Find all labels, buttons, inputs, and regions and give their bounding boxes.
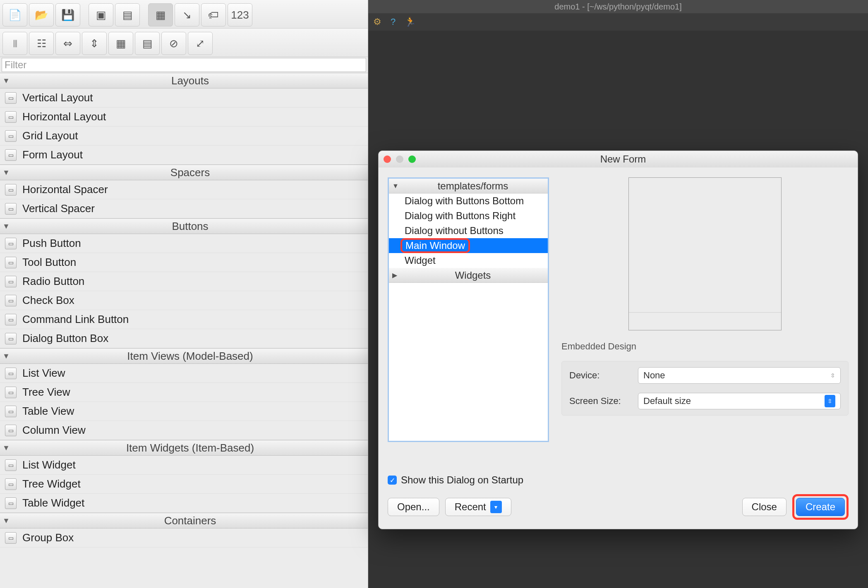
adjust-size-icon[interactable]: ⤢	[188, 32, 213, 55]
widget-icon: ▭	[5, 257, 17, 268]
widget-icon: ▭	[5, 314, 17, 325]
close-button[interactable]: Close	[742, 498, 786, 516]
widget-group-header[interactable]: ▼Containers	[0, 513, 368, 528]
open-button[interactable]: Open...	[388, 498, 439, 516]
widget-item[interactable]: ▭Column View	[0, 421, 368, 440]
bg-toolbar: ⚙ ? 🏃	[368, 13, 868, 31]
tree-header-templates[interactable]: ▼ templates/forms	[389, 179, 548, 194]
widget-item[interactable]: ▭Vertical Spacer	[0, 199, 368, 218]
filter-input[interactable]: Filter	[2, 58, 366, 72]
widget-item[interactable]: ▭Push Button	[0, 234, 368, 253]
widget-item[interactable]: ▭Vertical Layout	[0, 88, 368, 108]
widget-icon: ▭	[5, 459, 17, 471]
widget-icon: ▭	[5, 184, 17, 196]
widget-icon: ▭	[5, 295, 17, 306]
widget-icon: ▭	[5, 387, 17, 398]
widget-box-panel: 📄 📂 💾 ▣ ▤ ▦ ↘ 🏷 123 ⫴ ☷ ⇔ ⇕ ▦ ▤ ⊘ ⤢ Filt…	[0, 0, 368, 588]
bring-front-icon[interactable]: ▤	[115, 3, 140, 26]
widget-group-header[interactable]: ▼Item Widgets (Item-Based)	[0, 440, 368, 456]
help-icon[interactable]: ?	[391, 17, 396, 27]
widget-item[interactable]: ▭Grid Layout	[0, 127, 368, 146]
layout-form-icon[interactable]: ▤	[135, 32, 160, 55]
save-icon[interactable]: 💾	[55, 3, 80, 26]
edit-signals-icon[interactable]: ↘	[175, 3, 199, 26]
toolbar-row-2: ⫴ ☷ ⇔ ⇕ ▦ ▤ ⊘ ⤢	[0, 29, 368, 57]
template-item[interactable]: Widget	[389, 253, 548, 268]
widget-item[interactable]: ▭List View	[0, 364, 368, 383]
widget-icon: ▭	[5, 276, 17, 287]
chevron-updown-icon: ⇳	[825, 395, 835, 407]
widget-item[interactable]: ▭Tree View	[0, 383, 368, 402]
widget-item[interactable]: ▭Command Link Button	[0, 310, 368, 329]
gear-icon[interactable]: ⚙	[373, 17, 381, 27]
close-window-icon[interactable]	[384, 155, 391, 163]
widget-item[interactable]: ▭Dialog Button Box	[0, 329, 368, 348]
chevron-right-icon: ▶	[392, 271, 401, 279]
template-item[interactable]: Dialog with Buttons Right	[389, 208, 548, 223]
minimize-window-icon[interactable]	[396, 155, 403, 163]
widget-icon: ▭	[5, 425, 17, 436]
widget-icon: ▭	[5, 203, 17, 215]
template-item[interactable]: Dialog with Buttons Bottom	[389, 194, 548, 208]
widget-group-header[interactable]: ▼Layouts	[0, 73, 368, 88]
widget-item[interactable]: ▭Horizontal Layout	[0, 108, 368, 127]
show-on-startup-label: Show this Dialog on Startup	[401, 474, 523, 486]
run-icon[interactable]: 🏃	[405, 17, 416, 27]
form-preview	[628, 177, 782, 330]
widget-group-header[interactable]: ▼Item Views (Model-Based)	[0, 348, 368, 364]
layout-hsplit-icon[interactable]: ⇔	[55, 32, 80, 55]
send-back-icon[interactable]: ▣	[89, 3, 113, 26]
chevron-down-icon: ▼	[392, 182, 401, 190]
layout-v-icon[interactable]: ☷	[29, 32, 54, 55]
layout-h-icon[interactable]: ⫴	[2, 32, 27, 55]
template-tree[interactable]: ▼ templates/forms Dialog with Buttons Bo…	[388, 177, 549, 442]
widget-item[interactable]: ▭Form Layout	[0, 146, 368, 165]
layout-vsplit-icon[interactable]: ⇕	[82, 32, 107, 55]
open-file-icon[interactable]: 📂	[29, 3, 54, 26]
widget-group-header[interactable]: ▼Spacers	[0, 165, 368, 180]
widget-item[interactable]: ▭Radio Button	[0, 272, 368, 291]
screen-size-select[interactable]: Default size ⇳	[638, 393, 841, 409]
widget-item[interactable]: ▭Table View	[0, 402, 368, 421]
new-file-icon[interactable]: 📄	[2, 3, 27, 26]
widget-icon: ▭	[5, 92, 17, 104]
widget-icon: ▭	[5, 149, 17, 161]
widget-icon: ▭	[5, 497, 17, 509]
widget-item[interactable]: ▭Group Box	[0, 528, 368, 547]
widget-item[interactable]: ▭Check Box	[0, 291, 368, 310]
widget-item[interactable]: ▭Tree Widget	[0, 475, 368, 494]
zoom-window-icon[interactable]	[408, 155, 416, 163]
create-button[interactable]: Create	[796, 498, 845, 516]
dialog-title: New Form	[416, 153, 830, 165]
editor-area: New Form ▼ templates/forms Dialog with B…	[368, 31, 868, 588]
recent-button[interactable]: Recent ▾	[445, 498, 511, 516]
ide-background: demo1 - [~/ws/python/pyqt/demo1] ⚙ ? 🏃 N…	[368, 0, 868, 588]
tree-header-widgets[interactable]: ▶ Widgets	[389, 268, 548, 283]
break-layout-icon[interactable]: ⊘	[161, 32, 186, 55]
screen-size-label: Screen Size:	[569, 396, 631, 406]
bg-window-title: demo1 - [~/ws/python/pyqt/demo1]	[368, 0, 868, 13]
widget-icon: ▭	[5, 333, 17, 344]
template-item[interactable]: Main Window	[389, 238, 548, 253]
edit-widgets-icon[interactable]: ▦	[148, 3, 173, 26]
device-select[interactable]: None ⇳	[638, 367, 841, 384]
widget-list: ▼Layouts▭Vertical Layout▭Horizontal Layo…	[0, 73, 368, 588]
widget-item[interactable]: ▭List Widget	[0, 456, 368, 475]
widget-item[interactable]: ▭Table Widget	[0, 494, 368, 513]
chevron-updown-icon: ⇳	[830, 372, 835, 379]
edit-buddies-icon[interactable]: 🏷	[201, 3, 226, 26]
widget-group-header[interactable]: ▼Buttons	[0, 218, 368, 234]
show-on-startup-checkbox[interactable]: ✓	[388, 476, 397, 485]
edit-tab-order-icon[interactable]: 123	[228, 3, 252, 26]
template-item[interactable]: Dialog without Buttons	[389, 223, 548, 238]
widget-item[interactable]: ▭Horizontal Spacer	[0, 180, 368, 199]
widget-icon: ▭	[5, 130, 17, 142]
layout-grid-icon[interactable]: ▦	[108, 32, 133, 55]
widget-icon: ▭	[5, 368, 17, 379]
chevron-down-icon: ▾	[490, 501, 502, 513]
widget-item[interactable]: ▭Tool Button	[0, 253, 368, 272]
new-form-dialog: New Form ▼ templates/forms Dialog with B…	[378, 151, 858, 529]
widget-icon: ▭	[5, 111, 17, 123]
create-button-highlight: Create	[792, 494, 849, 520]
widget-icon: ▭	[5, 532, 17, 544]
